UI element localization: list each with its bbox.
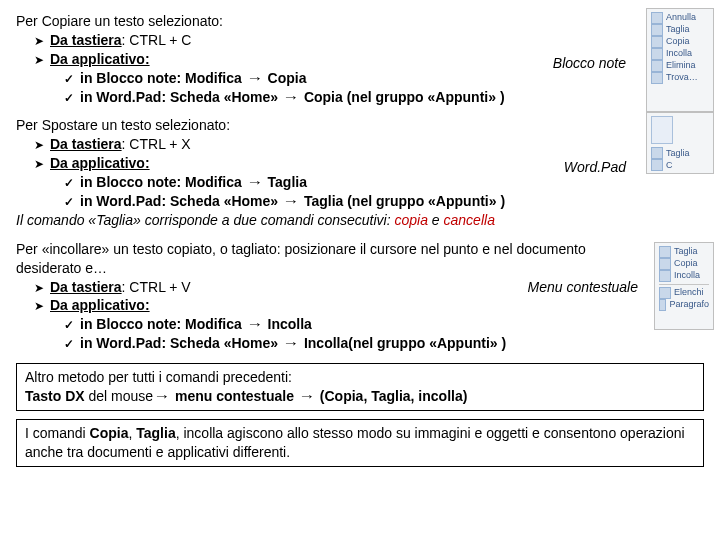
line2: Tasto DX del mouse menu contestuale (Cop… <box>25 387 695 406</box>
arrow-icon <box>282 193 300 209</box>
menu-icon <box>651 24 663 36</box>
kb-val: : CTRL + C <box>122 32 192 48</box>
menu-icon <box>659 299 666 311</box>
section-copy: Per Copiare un testo selezionato: Da tas… <box>16 12 704 106</box>
float-label: Blocco note <box>553 54 626 73</box>
line1: Altro metodo per tutti i comandi precede… <box>25 368 695 387</box>
sub2: in Word.Pad: Scheda «Home» Copia (nel gr… <box>16 88 704 107</box>
menu-icon <box>651 60 663 72</box>
title: Per «incollare» un testo copiato, o tagl… <box>16 240 606 278</box>
note: Il comando «Taglia» corrisponde a due co… <box>16 211 704 230</box>
box-summary: I comandi Copia, Taglia, incolla agiscon… <box>16 419 704 467</box>
app-label: Da applicativo: <box>50 155 150 171</box>
menu-icon <box>659 287 671 299</box>
app-label: Da applicativo: <box>50 297 150 313</box>
arrow-icon <box>298 388 316 404</box>
title: Per Copiare un testo selezionato: <box>16 12 704 31</box>
sub2: in Word.Pad: Scheda «Home» Incolla(nel g… <box>16 334 704 353</box>
paste-icon <box>651 116 673 144</box>
menu-icon <box>659 246 671 258</box>
box-alt-method: Altro metodo per tutti i comandi precede… <box>16 363 704 411</box>
app-label: Da applicativo: <box>50 51 150 67</box>
cut-icon <box>651 147 663 159</box>
float-label: Menu contestuale <box>527 278 638 297</box>
kb-label: Da tastiera <box>50 32 122 48</box>
menu-icon <box>659 258 671 270</box>
arrow-icon <box>246 174 264 190</box>
kb-line: Da tastiera: CTRL + C <box>16 31 704 50</box>
arrow-icon <box>282 89 300 105</box>
title: Per Spostare un testo selezionato: <box>16 116 704 135</box>
section-move: Per Spostare un testo selezionato: Da ta… <box>16 116 704 229</box>
menu-icon <box>651 72 663 84</box>
notepad-menu-thumb: Annulla Taglia Copia Incolla Elimina Tro… <box>646 8 714 112</box>
app-line: Da applicativo: <box>16 296 704 315</box>
float-label: Word.Pad <box>564 158 626 177</box>
menu-icon <box>659 270 671 282</box>
menu-icon <box>651 12 663 24</box>
copy-icon <box>651 159 663 171</box>
sub2: in Word.Pad: Scheda «Home» Taglia (nel g… <box>16 192 704 211</box>
menu-icon <box>651 36 663 48</box>
arrow-icon <box>153 388 171 404</box>
sub1: in Blocco note: Modifica Incolla <box>16 315 704 334</box>
separator <box>659 284 709 285</box>
kb-val: : CTRL + V <box>122 279 191 295</box>
arrow-icon <box>246 70 264 86</box>
kb-label: Da tastiera <box>50 136 122 152</box>
arrow-icon <box>246 316 264 332</box>
kb-label: Da tastiera <box>50 279 122 295</box>
arrow-icon <box>282 335 300 351</box>
kb-val: : CTRL + X <box>122 136 191 152</box>
menu-icon <box>651 48 663 60</box>
section-paste: Per «incollare» un testo copiato, o tagl… <box>16 240 704 353</box>
kb-line: Da tastiera: CTRL + X <box>16 135 704 154</box>
context-menu-thumb: Taglia Copia Incolla Elenchi Paragrafo <box>654 242 714 330</box>
wordpad-ribbon-thumb: Taglia C <box>646 112 714 174</box>
